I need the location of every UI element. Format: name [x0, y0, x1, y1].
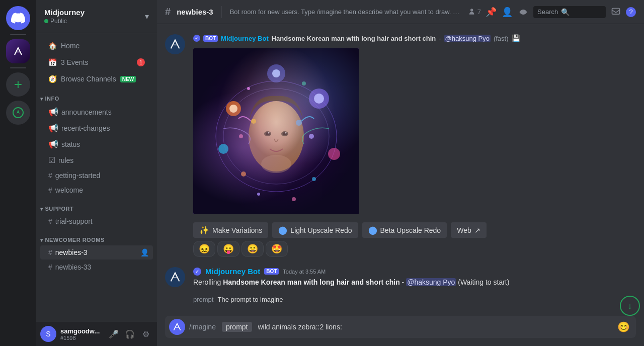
headphones-button[interactable]: 🎧	[123, 327, 137, 341]
server-header[interactable]: Midjourney Public ▾	[36, 0, 157, 33]
message-group-2: ✓ Midjourney Bot BOT Today at 3:55 AM Re…	[165, 265, 636, 290]
message-input-area: /imagine prompt 😊	[157, 316, 644, 346]
channel-newbies-3[interactable]: # newbies-3 👤	[40, 245, 153, 260]
message-timestamp-2: Today at 3:55 AM	[283, 269, 326, 275]
explore-button[interactable]	[6, 101, 30, 125]
discord-logo-icon[interactable]	[6, 6, 30, 30]
hash-icon-2: #	[48, 186, 52, 194]
message-content-2: ✓ Midjourney Bot BOT Today at 3:55 AM Re…	[193, 267, 636, 288]
emoji-picker-button[interactable]: 😊	[615, 319, 632, 335]
channel-recent-changes[interactable]: 📢 recent-changes	[40, 120, 153, 136]
hash-icon-5: #	[48, 263, 52, 271]
scroll-to-bottom-button[interactable]: ↓	[620, 296, 640, 316]
category-arrow-support: ▾	[40, 206, 43, 212]
generated-image	[193, 48, 359, 214]
add-member-header-button[interactable]: 👤	[501, 6, 513, 18]
home-icon: 🏠	[48, 42, 57, 50]
channel-description: Bot room for new users. Type /imagine th…	[230, 8, 461, 16]
inline-prompt-text: Handsome Korean man with long hair and s…	[272, 35, 436, 42]
channel-newbies-33[interactable]: # newbies-33	[40, 260, 153, 274]
announcement-icon: 📢	[48, 107, 58, 117]
web-button[interactable]: Web ↗	[451, 222, 487, 238]
announcement-icon-2: 📢	[48, 123, 58, 133]
channel-announcements[interactable]: 📢 announcements	[40, 104, 153, 120]
category-support[interactable]: ▾ SUPPORT	[36, 198, 157, 214]
events-badge: 1	[137, 58, 145, 66]
settings-button[interactable]: ⚙	[139, 327, 153, 341]
emoji-reactions: 😖 😛 😀 🤩	[193, 241, 636, 257]
channel-sidebar: Midjourney Public ▾ 🏠 Home 📅 3 Events 1 …	[36, 0, 157, 346]
server-divider-2	[10, 67, 26, 68]
prompt-hint-description: The prompt to imagine	[217, 296, 283, 303]
emoji-grin[interactable]: 😀	[242, 241, 264, 257]
message-text-2: Rerolling Handsome Korean man with long …	[193, 278, 636, 288]
emoji-angry[interactable]: 😖	[193, 241, 215, 257]
beta-upscale-redo-button[interactable]: ⬤ Beta Upscale Redo	[362, 222, 447, 238]
save-icon[interactable]: 💾	[512, 34, 520, 42]
pin-button[interactable]: 📌	[485, 6, 497, 18]
mention-haksung: @haksung Pyo	[406, 278, 456, 286]
server-status: Public	[44, 18, 85, 25]
user-area: S samgoodw... #1598 🎤 🎧 ⚙	[36, 322, 157, 346]
external-link-icon: ↗	[474, 226, 480, 234]
messages-area[interactable]: ✓ BOT Midjourney Bot Handsome Korean man…	[157, 24, 644, 316]
avatar-container-2	[165, 267, 185, 287]
midjourney-bot-avatar-2	[165, 267, 185, 287]
channel-status[interactable]: 📢 status	[40, 136, 153, 152]
inline-separator: -	[439, 35, 441, 42]
header-divider	[221, 6, 222, 18]
avatar: S	[40, 326, 56, 342]
channel-welcome[interactable]: # welcome	[40, 183, 153, 197]
search-icon: 🔍	[561, 8, 570, 16]
message-input-wrapper: /imagine prompt 😊	[165, 316, 636, 338]
inline-author: Midjourney Bot	[221, 35, 269, 42]
generated-image-container	[193, 48, 359, 214]
inline-speed: (fast)	[494, 35, 509, 42]
channel-rules[interactable]: ☑ rules	[40, 152, 153, 168]
light-upscale-redo-button[interactable]: ⬤ Light Upscale Redo	[272, 222, 358, 238]
server-icon-midjourney[interactable]	[6, 39, 30, 63]
search-box[interactable]: Search 🔍	[533, 6, 606, 18]
server-name: Midjourney	[44, 8, 85, 17]
microphone-button[interactable]: 🎤	[107, 327, 121, 341]
add-member-icon: 👤	[140, 248, 149, 256]
new-badge: NEW	[120, 76, 136, 82]
message-input[interactable]	[258, 323, 612, 331]
hash-icon-3: #	[48, 217, 52, 225]
add-server-button[interactable]: +	[6, 72, 30, 97]
prompt-label: prompt	[222, 322, 252, 332]
verified-badge-2: ✓	[193, 268, 201, 276]
message-content-1: ✓ BOT Midjourney Bot Handsome Korean man…	[193, 34, 636, 257]
svg-marker-1	[17, 110, 20, 114]
category-newcomer-rooms[interactable]: ▾ NEWCOMER ROOMS	[36, 229, 157, 245]
rules-icon: ☑	[48, 155, 55, 165]
search-placeholder: Search	[537, 8, 558, 16]
message-group-1: ✓ BOT Midjourney Bot Handsome Korean man…	[165, 32, 636, 259]
nav-home[interactable]: 🏠 Home	[40, 38, 153, 54]
channel-trial-support[interactable]: # trial-support	[40, 214, 153, 228]
nav-events[interactable]: 📅 3 Events 1	[40, 54, 153, 70]
username: samgoodw...	[60, 327, 103, 335]
message-author-2[interactable]: Midjourney Bot	[205, 267, 260, 276]
avatar-container-1	[165, 34, 185, 54]
category-arrow-info: ▾	[40, 96, 43, 102]
avatar-letter: S	[46, 330, 50, 338]
channel-getting-started[interactable]: # getting-started	[40, 168, 153, 183]
hide-members-button[interactable]	[517, 6, 529, 18]
members-count: 7	[467, 8, 481, 16]
server-sidebar: +	[0, 0, 36, 346]
action-buttons: ✨ Make Variations ⬤ Light Upscale Redo ⬤…	[193, 222, 636, 238]
emoji-tongue[interactable]: 😛	[217, 241, 239, 257]
input-user-avatar	[169, 319, 185, 335]
category-info[interactable]: ▾ INFO	[36, 88, 157, 104]
help-button[interactable]: ?	[626, 7, 636, 17]
inline-mention: @haksung Pyo	[444, 35, 491, 42]
make-variations-button[interactable]: ✨ Make Variations	[193, 222, 268, 238]
nav-browse-channels[interactable]: 🧭 Browse Channels NEW	[40, 71, 153, 87]
emoji-starstruck[interactable]: 🤩	[266, 241, 288, 257]
inbox-button[interactable]	[610, 6, 622, 18]
user-info: samgoodw... #1598	[60, 327, 103, 341]
inline-verified-icon: ✓	[193, 35, 200, 42]
inline-bot-badge: BOT	[203, 35, 218, 42]
command-prefix: /imagine	[189, 323, 216, 331]
